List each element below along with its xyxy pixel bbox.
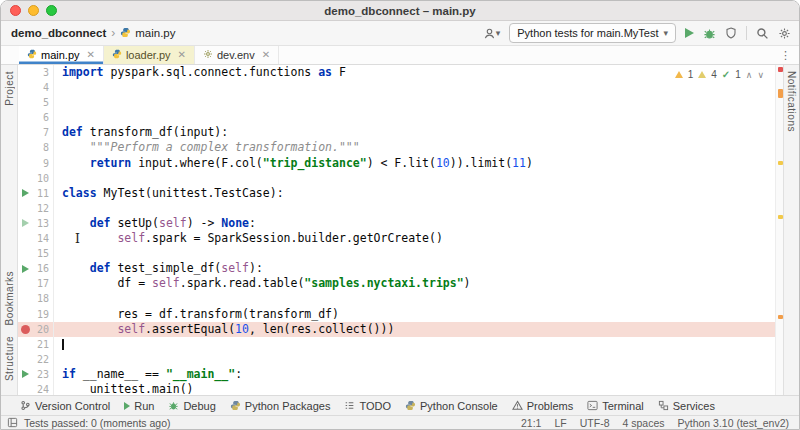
code-text[interactable]: return input.where(F.col("trip_distance"… [54,156,775,171]
code-line[interactable]: 23if __name__ == "__main__": [18,367,775,382]
code-line[interactable]: 8 """Perform a complex transformation.""… [18,140,775,155]
run-test-icon[interactable] [22,265,29,273]
run-test-icon[interactable] [22,189,29,197]
code-line[interactable]: 12 [18,201,775,216]
ide-window: demo_dbconnect – main.py demo_dbconnect … [0,0,800,430]
file-encoding[interactable]: UTF-8 [580,417,610,429]
minimize-window-button[interactable] [28,5,39,16]
run-with-coverage-button[interactable] [725,27,737,39]
caret-position[interactable]: 21:1 [521,417,541,429]
sidebar-item-bookmarks[interactable]: Bookmarks [4,271,15,326]
code-line[interactable]: 4 [18,80,775,95]
toolwindow-terminal[interactable]: Terminal [580,396,651,415]
code-text[interactable]: self.assertEqual(10, len(res.collect())) [54,322,775,337]
code-line[interactable]: 9 return input.where(F.col("trip_distanc… [18,156,775,171]
close-tab-icon[interactable]: ✕ [262,50,270,60]
close-window-button[interactable] [10,5,21,16]
sidebar-item-notifications[interactable]: Notifications [786,71,797,132]
close-tab-icon[interactable]: ✕ [87,50,95,60]
code-text[interactable]: self.spark = SparkSession.builder.getOrC… [54,231,775,246]
toolwindow-todo[interactable]: TODO [337,396,398,415]
editor-region: Project Bookmarks Structure 3import pysp… [1,65,799,395]
indent-style[interactable]: 4 spaces [622,417,664,429]
line-separator[interactable]: LF [554,417,566,429]
code-line[interactable]: 14 self.spark = SparkSession.builder.get… [18,231,775,246]
code-line[interactable]: 24 unittest.main() [18,382,775,395]
code-line[interactable]: 22 [18,352,775,367]
coverage-shield-icon [725,27,737,39]
gutter-cell[interactable] [18,325,33,334]
line-number: 23 [33,367,54,382]
code-line[interactable]: 19 res = df.transform(transform_df) [18,307,775,322]
inspections-widget[interactable]: 1 4 ✓ 1 ∧ ∨ [670,68,769,81]
code-lines[interactable]: 3import pyspark.sql.connect.functions as… [18,65,775,395]
tab-dev-env[interactable]: dev.env ✕ [195,46,279,64]
python-interpreter[interactable]: Python 3.10 (test_env2) [678,417,790,429]
gutter-cell[interactable] [18,219,33,227]
code-line[interactable]: 11class MyTest(unittest.TestCase): [18,186,775,201]
toolwindow-services[interactable]: Services [651,396,722,415]
code-line[interactable]: 21 [18,337,775,352]
close-tab-icon[interactable]: ✕ [178,50,186,60]
code-text[interactable]: unittest.main() [54,382,775,395]
breadcrumb-project[interactable]: demo_dbconnect [11,27,106,39]
breadcrumb-file[interactable]: main.py [120,27,175,40]
code-line[interactable]: 7def transform_df(input): [18,125,775,140]
code-text[interactable] [54,337,775,352]
line-number: 8 [33,140,54,155]
toolwindow-problems[interactable]: Problems [505,396,580,415]
tab-main-py[interactable]: main.py ✕ [19,46,104,64]
status-message[interactable]: Tests passed: 0 (moments ago) [24,417,170,429]
tab-loader-py[interactable]: loader.py ✕ [104,46,195,64]
code-line[interactable]: 5 [18,95,775,110]
line-number: 7 [33,125,54,140]
code-line[interactable]: 6 [18,110,775,125]
python-file-icon [27,49,37,61]
code-text[interactable]: import pyspark.sql.connect.functions as … [54,65,775,80]
code-text[interactable]: def test_simple_df(self): [54,261,775,276]
line-number: 19 [33,307,54,322]
code-line[interactable]: 18 [18,291,775,306]
code-line[interactable]: 13 def setUp(self) -> None: [18,216,775,231]
gutter-cell[interactable] [18,189,33,197]
code-line[interactable]: 3import pyspark.sql.connect.functions as… [18,65,775,80]
user-icon[interactable]: ▾ [483,27,501,40]
run-test-icon[interactable] [22,370,29,378]
sidebar-item-structure[interactable]: Structure [4,336,15,381]
gutter-cell[interactable] [18,370,33,378]
run-configuration-select[interactable]: Python tests for main.MyTest ▾ [509,23,676,43]
toolwindow-debug[interactable]: Debug [161,396,222,415]
run-button[interactable] [685,28,694,38]
code-text[interactable]: def setUp(self) -> None: [54,216,775,231]
code-text[interactable]: class MyTest(unittest.TestCase): [54,186,775,201]
sidebar-item-project[interactable]: Project [4,71,15,106]
line-number: 6 [33,110,54,125]
gutter-cell[interactable] [18,265,33,273]
code-text[interactable]: res = df.transform(transform_df) [54,307,775,322]
search-everywhere-button[interactable] [756,27,769,40]
toolwindow-python-console[interactable]: Python Console [398,396,505,415]
tab-label: loader.py [126,49,171,61]
code-line[interactable]: 15 [18,246,775,261]
toolwindow-version-control[interactable]: Version Control [13,396,117,415]
settings-button[interactable] [778,27,791,40]
fullscreen-window-button[interactable] [46,5,57,16]
breakpoint-icon[interactable] [21,325,30,334]
code-line[interactable]: 20 self.assertEqual(10, len(res.collect(… [18,322,775,337]
code-line[interactable]: 10 [18,171,775,186]
toolwindow-run[interactable]: Run [117,396,161,415]
code-text[interactable]: """Perform a complex transformation.""" [54,140,775,155]
code-line[interactable]: 16 def test_simple_df(self): [18,261,775,276]
code-text[interactable]: df = self.spark.read.table("samples.nyct… [54,276,775,291]
code-text[interactable]: def transform_df(input): [54,125,775,140]
run-test-icon[interactable] [22,219,29,227]
code-text[interactable]: if __name__ == "__main__": [54,367,775,382]
debug-button[interactable] [703,27,716,40]
code-line[interactable]: 17 df = self.spark.read.table("samples.n… [18,276,775,291]
next-problem-icon[interactable]: ∨ [757,70,764,80]
previous-problem-icon[interactable]: ∧ [746,70,753,80]
toolwindow-python-packages[interactable]: Python Packages [223,396,338,415]
error-stripe[interactable] [775,65,783,395]
tool-windows-icon[interactable] [7,417,18,428]
tab-options-icon[interactable]: ⋮ [772,46,799,64]
